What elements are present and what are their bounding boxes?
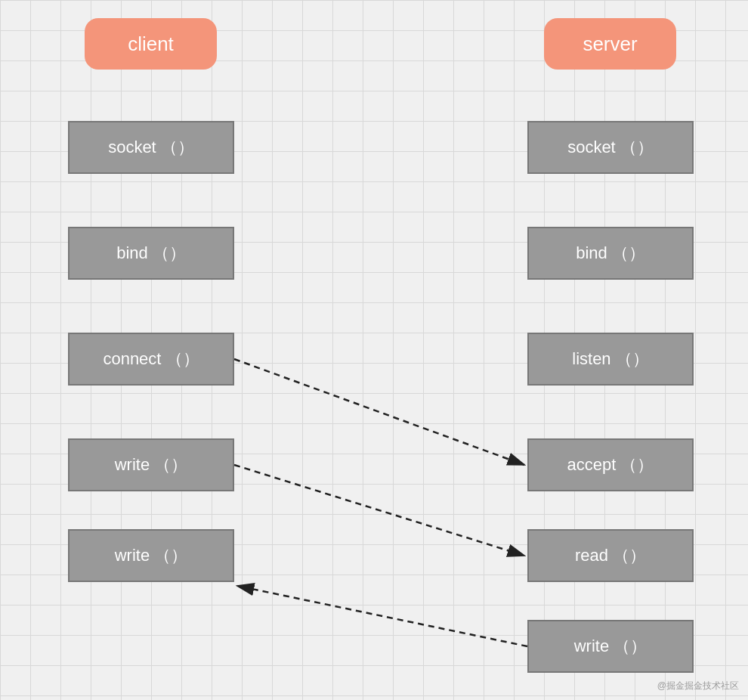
watermark: @掘金掘金技术社区 (657, 680, 739, 692)
server-bind-box: bind （） (527, 227, 694, 280)
svg-line-2 (237, 586, 527, 646)
svg-line-0 (234, 359, 524, 465)
client-bind-box: bind （） (68, 227, 234, 280)
server-accept-box: accept （） (527, 438, 694, 491)
server-socket-box: socket （） (527, 121, 694, 174)
svg-line-1 (234, 465, 524, 556)
server-label: server (544, 18, 676, 70)
server-read-box: read （） (527, 529, 694, 582)
server-listen-box: listen （） (527, 333, 694, 386)
client-write2-box: write （） (68, 529, 234, 582)
client-label: client (85, 18, 217, 70)
client-write1-box: write （） (68, 438, 234, 491)
client-socket-box: socket （） (68, 121, 234, 174)
client-connect-box: connect （） (68, 333, 234, 386)
server-write-box: write （） (527, 620, 694, 673)
